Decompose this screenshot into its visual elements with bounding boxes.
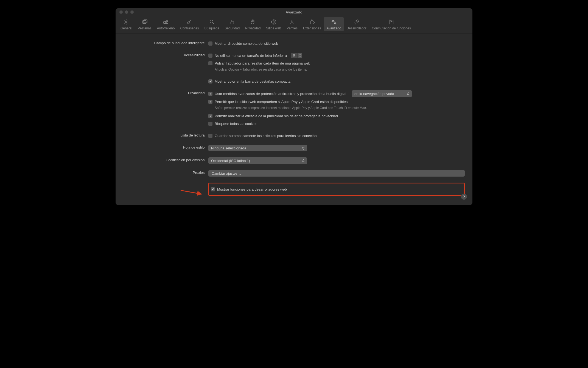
proxies-label: Proxies: [123,170,208,175]
change-proxies-button[interactable]: Cambiar ajustes… [208,170,465,177]
tab-label: Autorrelleno [157,26,175,30]
tab-extensions[interactable]: Extensiones [300,17,324,31]
tab-highlight-hint: Al pulsar Opción + Tabulador, se resalta… [208,67,395,72]
ad-effectiveness-label: Permitir analizar la eficacia de la publ… [215,114,338,118]
person-icon [289,19,295,25]
tab-label: Conmutación de funciones [372,26,411,30]
chevron-updown-icon [302,147,305,150]
apple-pay-hint: Safari permite realizar compras en inter… [208,106,395,110]
tabs-icon [141,19,148,25]
tab-autofill[interactable]: Autorrelleno [154,17,178,31]
chevron-updown-icon [407,92,410,95]
preferences-window: Avanzado General Pestañas Autorrelleno C… [116,8,472,205]
minimize-window-button[interactable] [125,10,128,14]
min-font-size-label: No utilizar nunca un tamaño de letra inf… [215,54,287,58]
gears-icon [331,19,337,25]
flags-icon [388,19,395,25]
show-developer-features-checkbox[interactable] [211,187,215,191]
chevron-updown-icon [302,159,305,162]
tab-label: Búsqueda [205,26,219,30]
encoding-value: Occidental (ISO latino 1) [211,159,302,163]
tracking-scope-value: en la navegación privada [354,92,407,96]
puzzle-icon [309,19,315,25]
advanced-tracking-label: Usar medidas avanzadas de protección ant… [215,92,346,96]
lock-icon [229,19,236,25]
compact-tab-color-checkbox[interactable] [208,79,212,83]
stylesheet-value: Ninguna seleccionada [211,146,302,150]
tab-label: General [121,26,132,30]
preferences-toolbar: General Pestañas Autorrelleno Contraseña… [116,16,472,34]
apple-pay-check-checkbox[interactable] [208,100,212,104]
block-cookies-label: Bloquear todas las cookies [215,122,257,126]
tab-websites[interactable]: Sitios web [263,17,284,31]
svg-rect-1 [142,21,146,24]
svg-point-10 [334,23,336,24]
svg-point-5 [210,20,213,23]
apple-pay-check-label: Permitir que los sitios web comprueben s… [215,100,348,104]
reading-list-label: Lista de lectura: [123,133,208,137]
tab-profiles[interactable]: Perfiles [284,17,300,31]
svg-point-8 [291,20,293,22]
tab-highlight-checkbox[interactable] [208,61,212,65]
tab-search[interactable]: Búsqueda [202,17,222,31]
accessibility-label: Accesibilidad: [123,52,208,57]
min-font-size-checkbox[interactable] [208,54,212,58]
window-title: Avanzado [116,10,472,14]
compact-tab-color-label: Mostrar color en la barra de pestañas co… [215,79,290,83]
zoom-window-button[interactable] [130,10,134,14]
svg-point-0 [126,21,127,23]
svg-point-9 [332,21,334,22]
privacy-label: Privacidad: [123,90,208,95]
tab-privacy[interactable]: Privacidad [242,17,263,31]
tab-advanced[interactable]: Avanzado [324,17,344,31]
key-icon [186,19,193,25]
save-offline-label: Guardar automáticamente los artículos pa… [215,134,317,138]
content-area: Campo de búsqueda inteligente: Mostrar d… [116,34,472,205]
tab-label: Seguridad [225,26,240,30]
tab-tabs[interactable]: Pestañas [135,17,154,31]
tab-general[interactable]: General [118,17,135,31]
window-controls [116,10,134,14]
tab-label: Pestañas [138,26,152,30]
min-font-size-value: 9 [291,53,297,58]
tab-label: Contraseñas [180,26,199,30]
tab-label: Perfiles [287,26,298,30]
help-button[interactable]: ? [461,194,467,200]
stylesheet-label: Hoja de estilo: [123,145,208,149]
gear-icon [123,19,130,25]
tab-label: Privacidad [245,26,261,30]
show-developer-features-label: Mostrar funciones para desarrolladores w… [217,187,287,191]
stylesheet-select[interactable]: Ninguna seleccionada [208,145,307,151]
chevron-updown-icon [297,53,302,58]
tab-feature-flags[interactable]: Conmutación de funciones [369,17,414,31]
close-window-button[interactable] [119,10,123,14]
encoding-label: Codificación por omisión: [123,157,208,162]
tools-icon [353,19,360,25]
svg-point-4 [187,22,189,24]
tracking-scope-select[interactable]: en la navegación privada [352,90,412,97]
encoding-select[interactable]: Occidental (ISO latino 1) [208,157,307,164]
titlebar: Avanzado [116,8,472,16]
ad-effectiveness-checkbox[interactable] [208,114,212,118]
tab-developer[interactable]: Desarrollador [344,17,369,31]
svg-rect-6 [231,22,234,24]
hand-icon [250,19,256,25]
tab-label: Extensiones [303,26,321,30]
tab-highlight-label: Pulsar Tabulador para resaltar cada ítem… [215,61,310,65]
search-icon [209,19,215,25]
show-full-address-label: Mostrar dirección completa del sitio web [215,41,278,46]
advanced-tracking-checkbox[interactable] [208,92,212,96]
tab-passwords[interactable]: Contraseñas [177,17,201,31]
show-full-address-checkbox[interactable] [208,41,212,46]
globe-icon [270,19,277,25]
pencil-field-icon [163,19,169,25]
block-cookies-checkbox[interactable] [208,122,212,126]
tab-label: Sitios web [266,26,281,30]
tab-label: Desarrollador [347,26,366,30]
save-offline-checkbox[interactable] [208,134,212,138]
smart-search-label: Campo de búsqueda inteligente: [123,40,208,45]
tab-security[interactable]: Seguridad [222,17,243,31]
tab-label: Avanzado [326,26,341,30]
svg-rect-2 [144,20,147,23]
min-font-size-stepper[interactable]: 9 [291,53,302,58]
